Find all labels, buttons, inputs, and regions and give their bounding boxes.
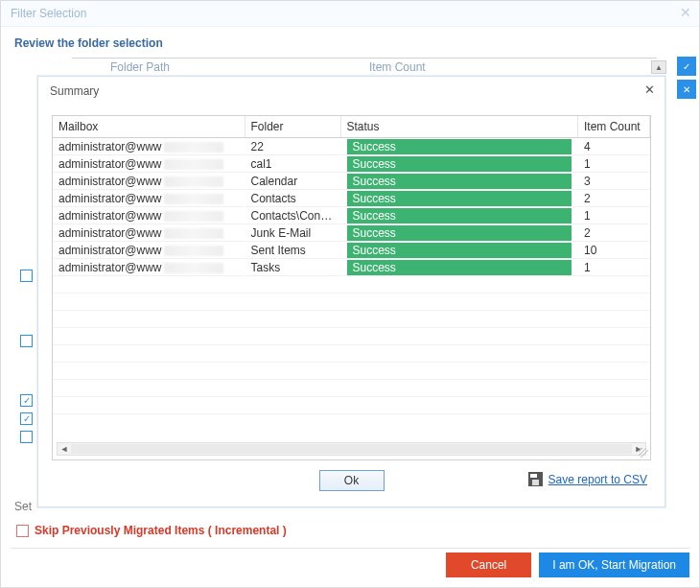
col-mailbox[interactable]: Mailbox: [53, 116, 245, 138]
skip-checkbox[interactable]: [16, 525, 29, 537]
scroll-left-icon[interactable]: ◄: [58, 444, 71, 454]
cell-mailbox: administrator@www: [53, 207, 245, 224]
cell-status: Success: [340, 242, 578, 259]
bg-checkbox[interactable]: [20, 270, 33, 282]
bg-scroll-up[interactable]: ▲: [651, 60, 666, 74]
cell-mailbox: administrator@www: [53, 224, 245, 242]
cell-status: Success: [340, 138, 578, 155]
table-row[interactable]: administrator@www22Success4: [53, 138, 650, 155]
cancel-button[interactable]: Cancel: [446, 553, 531, 577]
skip-label: Skip Previously Migrated Items ( Increme…: [35, 524, 287, 537]
bg-col-item-count: Item Count: [369, 60, 426, 74]
set-label: Set: [14, 500, 32, 513]
cell-item-count: 1: [578, 207, 650, 224]
cell-item-count: 1: [578, 259, 650, 276]
review-heading: Review the folder selection: [14, 36, 686, 50]
status-badge: Success: [347, 260, 572, 275]
bg-checkbox[interactable]: [20, 431, 33, 443]
cell-status: Success: [340, 259, 578, 276]
footer-buttons: Cancel I am OK, Start Migration: [446, 553, 689, 577]
status-badge: Success: [347, 139, 572, 154]
bg-checkbox[interactable]: ✓: [20, 412, 33, 425]
cell-item-count: 2: [578, 224, 650, 242]
modal-close-icon[interactable]: ✕: [644, 82, 655, 97]
footer-divider: [11, 548, 689, 549]
table-row[interactable]: administrator@wwwTasksSuccess1: [53, 259, 650, 276]
cell-item-count: 2: [578, 190, 650, 207]
status-badge: Success: [347, 225, 572, 241]
cell-mailbox: administrator@www: [53, 242, 245, 259]
status-badge: Success: [347, 191, 572, 206]
cell-mailbox: administrator@www: [53, 138, 245, 155]
close-icon[interactable]: ✕: [680, 5, 691, 20]
redacted-blur: [164, 246, 223, 256]
scroll-track[interactable]: [71, 444, 632, 454]
dialog-titlebar: Filter Selection ✕: [1, 1, 699, 27]
cell-mailbox: administrator@www: [53, 155, 245, 173]
bg-checkbox[interactable]: [20, 335, 33, 347]
table-row[interactable]: administrator@wwwCalendarSuccess3: [53, 173, 650, 190]
table-row[interactable]: administrator@wwwContactsSuccess2: [53, 190, 650, 207]
cell-status: Success: [340, 224, 578, 242]
bg-col-folder-path: Folder Path: [110, 60, 170, 74]
col-item-count[interactable]: Item Count: [578, 116, 650, 138]
table-row[interactable]: administrator@wwwContacts\Conta...Succes…: [53, 207, 650, 224]
cell-mailbox: administrator@www: [53, 173, 245, 190]
cell-item-count: 1: [578, 155, 650, 173]
cell-folder: Calendar: [245, 173, 340, 190]
cell-item-count: 10: [578, 242, 650, 259]
redacted-blur: [164, 228, 223, 239]
bg-check-group-1: [20, 270, 33, 347]
start-migration-button[interactable]: I am OK, Start Migration: [539, 553, 689, 577]
filter-selection-dialog: Filter Selection ✕ Review the folder sel…: [0, 0, 700, 588]
cell-status: Success: [340, 207, 578, 224]
table-header-row: Mailbox Folder Status Item Count: [53, 116, 650, 138]
redacted-blur: [164, 159, 223, 170]
side-tool-buttons: ✓ ✕: [677, 57, 696, 99]
bg-check-group-2: ✓ ✓: [20, 394, 33, 443]
redacted-blur: [164, 211, 223, 222]
cell-folder: 22: [245, 138, 340, 155]
col-folder[interactable]: Folder: [245, 116, 340, 138]
save-icon: [528, 472, 543, 486]
cell-mailbox: administrator@www: [53, 259, 245, 276]
modal-titlebar: Summary ✕: [38, 77, 665, 106]
cell-folder: Contacts\Conta...: [245, 207, 340, 224]
table-row[interactable]: administrator@wwwJunk E-MailSuccess2: [53, 224, 650, 242]
cell-item-count: 3: [578, 173, 650, 190]
summary-modal: Summary ✕ Mailbox Folder Status Item Cou…: [37, 76, 665, 507]
resize-grip-icon[interactable]: [639, 448, 648, 458]
cell-folder: Sent Items: [245, 242, 340, 259]
cell-folder: Junk E-Mail: [245, 224, 340, 242]
table-row[interactable]: administrator@wwwcal1Success1: [53, 155, 650, 173]
select-all-icon[interactable]: ✓: [677, 57, 696, 76]
skip-migrated-row: Skip Previously Migrated Items ( Increme…: [16, 524, 287, 537]
status-badge: Success: [347, 243, 572, 258]
status-badge: Success: [347, 174, 572, 189]
cell-folder: cal1: [245, 155, 340, 173]
cell-mailbox: administrator@www: [53, 190, 245, 207]
save-report-link[interactable]: Save report to CSV: [548, 473, 647, 486]
redacted-blur: [164, 263, 223, 273]
cell-folder: Contacts: [245, 190, 340, 207]
redacted-blur: [164, 176, 223, 187]
ok-button[interactable]: Ok: [319, 470, 385, 491]
grid-empty-area: [53, 276, 650, 430]
dialog-title: Filter Selection: [11, 7, 86, 20]
cell-folder: Tasks: [245, 259, 340, 276]
col-status[interactable]: Status: [340, 116, 578, 138]
deselect-all-icon[interactable]: ✕: [677, 80, 696, 99]
cell-status: Success: [340, 173, 578, 190]
modal-title: Summary: [50, 84, 99, 98]
horizontal-scrollbar[interactable]: ◄ ►: [57, 442, 646, 456]
redacted-blur: [164, 142, 223, 153]
bg-checkbox[interactable]: ✓: [20, 394, 33, 407]
cell-status: Success: [340, 155, 578, 173]
redacted-blur: [164, 194, 223, 204]
cell-item-count: 4: [578, 138, 650, 155]
cell-status: Success: [340, 190, 578, 207]
status-badge: Success: [347, 156, 572, 172]
status-badge: Success: [347, 208, 572, 223]
table-row[interactable]: administrator@wwwSent ItemsSuccess10: [53, 242, 650, 259]
summary-grid: Mailbox Folder Status Item Count adminis…: [52, 115, 651, 460]
